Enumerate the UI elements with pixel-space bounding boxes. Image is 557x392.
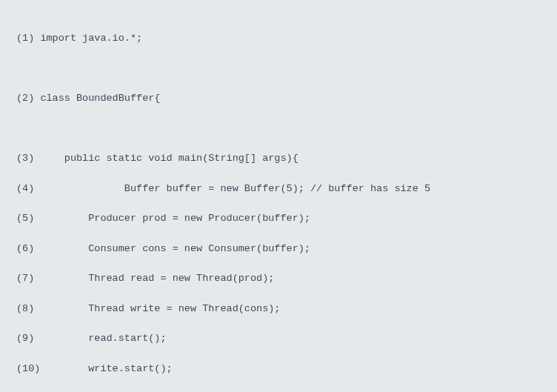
code-line: (4) Buffer buffer = new Buffer(5); // bu… bbox=[16, 184, 541, 194]
code-line: (1) import java.io.*; bbox=[16, 33, 541, 44]
code-line bbox=[16, 64, 541, 74]
code-line: (2) class BoundedBuffer{ bbox=[16, 93, 541, 104]
code-line: (3) public static void main(String[] arg… bbox=[16, 153, 541, 164]
code-line: (8) Thread write = new Thread(cons); bbox=[16, 304, 541, 314]
code-line: (6) Consumer cons = new Consumer(buffer)… bbox=[16, 244, 541, 254]
code-line: (5) Producer prod = new Producer(buffer)… bbox=[16, 213, 541, 224]
code-line: (9) read.start(); bbox=[16, 333, 541, 344]
code-line bbox=[16, 124, 541, 134]
code-line: (7) Thread read = new Thread(prod); bbox=[16, 273, 541, 284]
code-listing: (1) import java.io.*; (2) class BoundedB… bbox=[0, 0, 557, 392]
code-line: (10) write.start(); bbox=[16, 364, 541, 374]
